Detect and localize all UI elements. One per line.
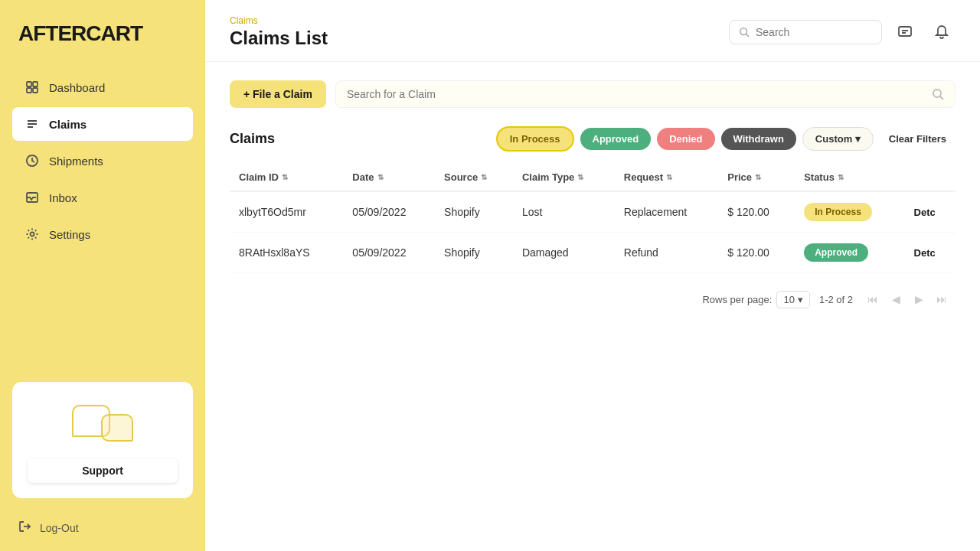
svg-line-14: [940, 96, 943, 99]
svg-line-11: [746, 34, 749, 37]
status-badge: Approved: [804, 243, 868, 262]
messages-icon-btn[interactable]: [891, 18, 919, 46]
filter-approved-button[interactable]: Approved: [580, 128, 652, 150]
cell-detail[interactable]: Detc: [905, 191, 956, 233]
sort-claim-id-icon: ⇅: [282, 173, 288, 181]
support-bubble-small: [101, 414, 133, 442]
sort-claimtype-icon: ⇅: [577, 173, 583, 181]
cell-date: 05/09/2022: [343, 191, 435, 233]
cell-claim-type: Damaged: [513, 233, 615, 273]
cell-price: $ 120.00: [718, 191, 795, 233]
sidebar-item-shipments-label: Shipments: [49, 155, 103, 168]
rows-select-chevron: ▾: [798, 294, 803, 305]
col-date: Date ⇅: [343, 164, 435, 191]
filter-withdrawn-button[interactable]: Withdrawn: [721, 128, 796, 150]
sort-price-icon: ⇅: [755, 173, 761, 181]
col-status: Status ⇅: [795, 164, 904, 191]
action-row: + File a Claim: [230, 80, 956, 108]
content-area: + File a Claim Claims In Process Approve…: [205, 62, 980, 551]
col-claim-id: Claim ID ⇅: [230, 164, 343, 191]
filter-buttons: In Process Approved Denied Withdrawn Cus…: [496, 126, 956, 152]
logout-icon: [18, 520, 32, 536]
page-nav-buttons: ⏮ ◀ ▶ ⏭: [862, 289, 952, 310]
sidebar-nav: Dashboard Claims Shipments: [0, 70, 205, 382]
logout-item[interactable]: Log-Out: [0, 510, 205, 551]
page-title: Claims List: [230, 28, 328, 49]
page-first-button[interactable]: ⏮: [862, 289, 884, 310]
file-claim-button[interactable]: + File a Claim: [230, 80, 326, 108]
cell-detail[interactable]: Detc: [905, 233, 956, 273]
table-row: xlbytT6Od5mr 05/09/2022 Shopify Lost Rep…: [230, 191, 956, 233]
sidebar-item-settings-label: Settings: [49, 228, 90, 241]
sidebar-item-inbox-label: Inbox: [49, 191, 77, 204]
col-request: Request ⇅: [615, 164, 719, 191]
rows-per-page-select[interactable]: 10 ▾: [776, 291, 809, 308]
main-content: Claims Claims List: [205, 0, 980, 551]
cell-price: $ 120.00: [718, 233, 795, 273]
settings-icon: [24, 227, 40, 242]
header: Claims Claims List: [205, 0, 980, 62]
sort-request-icon: ⇅: [666, 173, 672, 181]
svg-rect-12: [899, 27, 911, 36]
col-source: Source ⇅: [435, 164, 513, 191]
cell-request: Replacement: [615, 191, 719, 233]
col-price: Price ⇅: [718, 164, 795, 191]
support-box: Support: [12, 382, 193, 498]
cell-status: Approved: [795, 233, 904, 273]
claims-section-title: Claims: [230, 131, 275, 147]
breadcrumb: Claims: [230, 15, 328, 26]
svg-point-13: [933, 90, 941, 97]
cell-claim-id: 8RAtHsxl8aYS: [230, 233, 343, 273]
claims-header: Claims In Process Approved Denied Withdr…: [230, 126, 956, 152]
cell-claim-type: Lost: [513, 191, 615, 233]
sidebar-item-settings[interactable]: Settings: [12, 217, 193, 251]
svg-rect-1: [33, 82, 38, 86]
svg-rect-0: [27, 82, 31, 86]
dashboard-icon: [24, 80, 40, 95]
sidebar-item-claims[interactable]: Claims: [12, 107, 193, 141]
status-badge: In Process: [804, 203, 872, 221]
header-search-box[interactable]: [729, 20, 882, 44]
page-last-button[interactable]: ⏭: [931, 289, 952, 310]
filter-inprocess-button[interactable]: In Process: [496, 126, 574, 152]
app-logo: AFTERCART: [0, 0, 205, 70]
header-search-input[interactable]: [756, 26, 872, 38]
page-prev-button[interactable]: ◀: [885, 289, 906, 310]
page-info: 1-2 of 2: [819, 294, 853, 305]
header-actions: [729, 18, 956, 46]
cell-request: Refund: [615, 233, 719, 273]
support-icon-group: [72, 400, 133, 446]
logout-label: Log-Out: [40, 522, 79, 534]
cell-claim-id: xlbytT6Od5mr: [230, 191, 343, 233]
notifications-icon-btn[interactable]: [928, 18, 956, 46]
sort-status-icon: ⇅: [838, 173, 844, 181]
svg-point-8: [31, 233, 34, 236]
header-title-group: Claims Claims List: [230, 15, 328, 49]
sidebar: AFTERCART Dashboard Claims: [0, 0, 205, 551]
svg-rect-3: [33, 88, 38, 93]
detail-link[interactable]: Detc: [914, 247, 936, 259]
filter-custom-button[interactable]: Custom ▾: [802, 127, 874, 151]
claims-icon: [24, 116, 40, 132]
sidebar-item-claims-label: Claims: [49, 118, 87, 131]
search-icon: [739, 26, 750, 38]
page-next-button[interactable]: ▶: [908, 289, 929, 310]
sort-date-icon: ⇅: [377, 173, 384, 181]
search-claim-input[interactable]: [347, 88, 924, 100]
detail-link[interactable]: Detc: [914, 207, 936, 218]
sidebar-item-inbox[interactable]: Inbox: [12, 181, 193, 214]
support-button[interactable]: Support: [28, 458, 178, 483]
cell-source: Shopify: [435, 233, 513, 273]
filter-denied-button[interactable]: Denied: [657, 128, 714, 150]
col-claim-type: Claim Type ⇅: [513, 164, 615, 191]
sort-source-icon: ⇅: [481, 173, 487, 181]
inbox-icon: [24, 190, 40, 205]
shipments-icon: [24, 153, 40, 168]
clear-filters-button[interactable]: Clear Filters: [880, 128, 956, 150]
svg-point-10: [740, 28, 747, 35]
sidebar-item-shipments[interactable]: Shipments: [12, 144, 193, 178]
messages-icon: [897, 24, 913, 40]
search-claim-box[interactable]: [335, 80, 956, 108]
sidebar-item-dashboard[interactable]: Dashboard: [12, 70, 193, 104]
cell-date: 05/09/2022: [343, 233, 435, 273]
